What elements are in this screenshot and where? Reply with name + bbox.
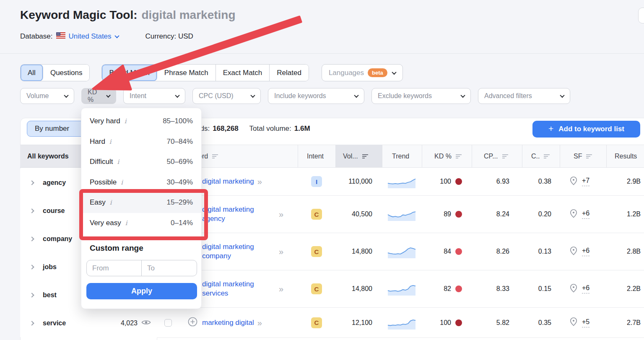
chevron-down-icon [354,93,358,98]
table-row: digital marketing company C 14,800 84 8.… [157,233,644,270]
cpc-value: 5.82 [472,308,509,337]
table-row: marketing digital C 12,100 100 5.82 0.35… [157,308,644,338]
kd-filter-dropdown: Very hard85–100% Hard70–84% Difficult50–… [81,108,202,309]
filter-cpc[interactable]: CPC (USD) [192,88,261,104]
kd-from-input[interactable] [87,260,142,276]
add-keyword-plus-icon[interactable] [188,317,197,328]
column-trend[interactable]: Trend [392,145,409,168]
trend-sparkline [387,282,416,296]
volume-value: 110,000 [335,168,372,195]
kd-option-easy[interactable]: Easy15–29% [81,192,201,213]
intent-badge: C [311,317,322,328]
eye-icon[interactable] [141,319,151,327]
competition-value: 0.13 [522,233,551,270]
tab-questions[interactable]: Questions [43,65,90,81]
column-kd[interactable]: KD % [434,145,462,168]
info-icon[interactable] [121,179,123,186]
kd-to-input[interactable] [142,260,197,276]
column-sf[interactable]: SF [574,145,592,168]
tab-related[interactable]: Related [270,65,309,81]
info-icon[interactable] [117,158,119,166]
database-row: Database: United States Currency: USD [20,31,193,42]
column-intent[interactable]: Intent [307,145,324,168]
chevron-down-icon [175,93,179,98]
keyword-link[interactable]: digital marketing company [202,242,275,261]
filter-include-keywords[interactable]: Include keywords [268,88,364,104]
kd-difficulty-dot [455,211,462,218]
chevron-right-icon [29,236,34,241]
filter-volume[interactable]: Volume [20,88,74,104]
sort-icon [502,154,508,158]
serp-features-count[interactable]: +7 [582,177,589,186]
tab-broad-match[interactable]: Broad Match [102,65,157,81]
keyword-link[interactable]: digital marketing services [202,280,275,298]
filter-exclude-keywords[interactable]: Exclude keywords [371,88,471,104]
languages-dropdown[interactable]: Languages beta [322,64,403,81]
chevron-right-icon [29,208,34,213]
kd-option-very-hard[interactable]: Very hard85–100% [81,111,201,132]
cut-off-corner-button[interactable] [638,8,644,23]
tab-all[interactable]: All [21,65,43,81]
tab-exact-match[interactable]: Exact Match [216,65,270,81]
database-selector[interactable]: United States [56,32,119,41]
kd-difficulty-dot [455,248,462,255]
serp-features-count[interactable]: +6 [582,247,589,256]
sort-icon [456,154,462,158]
filter-advanced[interactable]: Advanced filters [478,88,570,104]
serp-features-count[interactable]: +5 [582,318,589,327]
sort-icon [586,154,592,158]
open-keyword-icon[interactable] [257,319,262,327]
chevron-down-icon [106,93,111,98]
kd-option-possible[interactable]: Possible30–49% [81,172,201,193]
filters-bar: Volume KD % Intent CPC (USD) Include key… [20,88,577,104]
search-query: digital marketing [142,8,236,21]
keyword-link[interactable]: digital marketing [202,177,254,186]
column-volume[interactable]: Vol... [343,145,368,168]
open-keyword-icon[interactable] [279,210,283,218]
keyword-link[interactable]: digital marketing agency [202,205,275,223]
chevron-down-icon [560,93,564,98]
kd-difficulty-dot [455,285,462,292]
plus-icon [548,124,553,134]
kd-option-hard[interactable]: Hard70–84% [81,132,201,152]
tab-phrase-match[interactable]: Phrase Match [157,65,216,81]
pin-icon [569,176,578,187]
beta-badge: beta [368,68,387,77]
total-volume-label: Total volume: [249,125,291,133]
pin-icon [569,246,578,257]
chevron-right-icon [29,293,34,297]
results-value: 2.7B [606,308,641,337]
tool-title: Keyword Magic Tool: [20,8,138,21]
filter-intent[interactable]: Intent [123,88,185,104]
kd-value: 89 [422,196,451,233]
info-icon[interactable] [125,219,127,227]
add-to-keyword-list-button[interactable]: Add to keyword list [532,121,640,138]
open-keyword-icon[interactable] [279,247,283,256]
intent-badge: C [311,209,322,220]
column-com[interactable]: C.. [531,145,550,168]
kd-option-difficult[interactable]: Difficult50–69% [81,152,201,172]
by-number-toggle[interactable]: By number [27,121,90,137]
info-icon[interactable] [125,117,127,125]
kd-option-very-easy[interactable]: Very easy0–14% [81,213,201,234]
total-volume-value: 1.6M [294,125,310,133]
info-icon[interactable] [109,138,112,145]
pin-icon [569,209,578,220]
column-results[interactable]: Results [615,145,637,168]
intent-badge: C [311,246,322,257]
open-keyword-icon[interactable] [279,285,283,293]
sidebar-item-service[interactable]: service4,023 [20,309,157,337]
open-keyword-icon[interactable] [257,177,262,186]
chevron-right-icon [29,180,34,185]
table-header: Keyword Intent Vol... Trend KD % CP... C… [157,145,644,168]
row-checkbox[interactable] [164,319,172,327]
keyword-link[interactable]: marketing digital [202,318,254,327]
database-value: United States [69,32,112,41]
serp-features-count[interactable]: +6 [582,284,589,293]
info-icon[interactable] [110,199,112,206]
serp-features-count[interactable]: +6 [582,210,589,219]
apply-button[interactable]: Apply [86,283,197,299]
volume-value: 12,100 [335,308,372,337]
column-cpc[interactable]: CP... [484,145,508,168]
filter-kd[interactable]: KD % [81,88,116,104]
